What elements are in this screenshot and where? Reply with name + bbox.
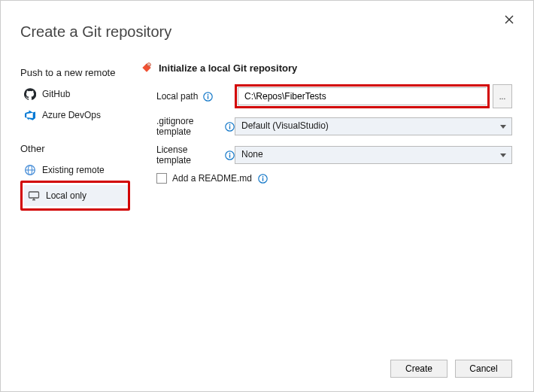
highlight-local-path — [235, 84, 490, 108]
highlight-local-only: Local only — [20, 181, 130, 211]
browse-button[interactable]: ... — [493, 84, 512, 108]
add-readme-checkbox[interactable] — [156, 173, 167, 184]
info-icon[interactable] — [225, 121, 235, 132]
main-panel: + Initialize a local Git repository Loca… — [141, 62, 533, 211]
add-readme-label: Add a README.md — [172, 173, 252, 184]
svg-point-12 — [207, 93, 208, 95]
dialog-title: Create a Git repository — [1, 1, 533, 62]
azure-devops-icon — [24, 109, 36, 121]
git-init-icon: + — [141, 62, 153, 74]
svg-point-18 — [229, 152, 231, 153]
local-path-label: Local path — [141, 91, 235, 102]
monitor-icon — [28, 190, 40, 202]
sidebar-item-local-only[interactable]: Local only — [24, 185, 128, 206]
sidebar-item-label: Local only — [46, 190, 86, 201]
globe-icon — [24, 164, 36, 176]
svg-point-21 — [262, 175, 263, 177]
sidebar-item-azure-devops[interactable]: Azure DevOps — [20, 105, 124, 126]
gitignore-template-select[interactable]: Default (VisualStudio) — [235, 117, 512, 135]
license-template-select[interactable]: None — [235, 146, 512, 164]
section-title: Initialize a local Git repository — [159, 62, 297, 74]
license-label: License template — [141, 144, 235, 166]
svg-text:+: + — [148, 62, 150, 67]
sidebar-item-existing-remote[interactable]: Existing remote — [20, 160, 124, 181]
cancel-button[interactable]: Cancel — [455, 360, 512, 378]
svg-rect-22 — [262, 178, 262, 181]
svg-rect-13 — [208, 96, 208, 99]
dialog-footer: Create Cancel — [390, 360, 512, 378]
close-button[interactable] — [499, 11, 520, 29]
sidebar-item-github[interactable]: GitHub — [20, 84, 124, 105]
info-icon[interactable] — [257, 173, 268, 184]
info-icon[interactable] — [225, 150, 235, 160]
github-icon — [24, 88, 36, 100]
svg-rect-16 — [229, 126, 230, 129]
gitignore-label: .gitignore template — [141, 116, 235, 137]
sidebar-section-other: Other — [20, 138, 141, 160]
svg-point-15 — [229, 123, 231, 125]
local-path-input[interactable] — [238, 87, 487, 105]
sidebar-item-label: Azure DevOps — [42, 110, 101, 120]
info-icon[interactable] — [202, 91, 213, 102]
create-button[interactable]: Create — [390, 360, 448, 378]
sidebar-item-label: GitHub — [42, 89, 70, 99]
sidebar: Push to a new remote GitHub Azure DevOps… — [1, 62, 141, 211]
svg-rect-5 — [29, 192, 39, 198]
sidebar-item-label: Existing remote — [42, 165, 105, 175]
close-icon — [505, 15, 514, 24]
svg-rect-19 — [229, 154, 230, 157]
sidebar-section-push: Push to a new remote — [20, 62, 141, 84]
